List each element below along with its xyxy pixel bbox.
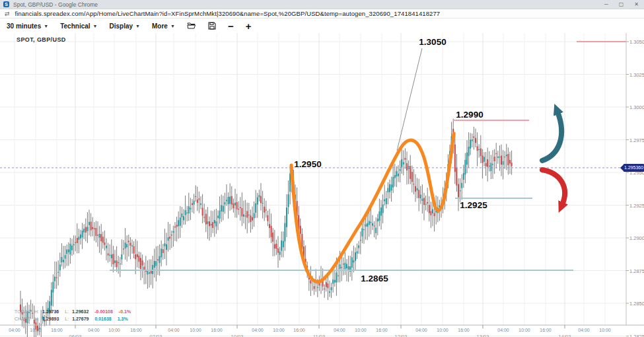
zoom-in-button[interactable]: + xyxy=(246,21,252,31)
today-change-value: -0.00108 xyxy=(94,309,113,314)
zoom-out-button[interactable]: − xyxy=(228,21,234,31)
price-axis-label: 1.28500 xyxy=(629,301,644,307)
chevron-down-icon: ▼ xyxy=(44,24,48,28)
technical-dropdown[interactable]: Technical ▼ xyxy=(60,22,97,30)
time-axis-label: 04:00 xyxy=(252,328,264,332)
date-axis-label: 14/03 xyxy=(559,334,571,337)
time-axis-label: 10:00 xyxy=(437,328,448,332)
annotation-label-1.2865: 1.2865 xyxy=(361,274,388,283)
chevron-down-icon: ▼ xyxy=(170,24,175,28)
chart-low-value: 1.27679 xyxy=(72,317,89,321)
time-axis-label: 04:00 xyxy=(88,328,100,332)
time-axis-label: 16:00 xyxy=(130,328,142,332)
minus-icon: − xyxy=(228,21,234,31)
today-change-pct: -0.1% xyxy=(119,309,131,314)
open-folder-icon[interactable] xyxy=(187,22,196,30)
minimize-icon[interactable]: ─ xyxy=(604,0,608,9)
today-high-value: 1.29736 xyxy=(42,309,59,314)
bullish-arrow xyxy=(542,112,561,161)
legend-low-label: L: xyxy=(65,317,69,321)
time-axis-label: 10:00 xyxy=(273,328,285,332)
time-axis-label: 16:00 xyxy=(540,328,552,332)
window-controls: ─ ▢ ✕ xyxy=(604,0,639,9)
technical-label: Technical xyxy=(60,22,90,30)
time-axis-label: 16:00 xyxy=(293,328,305,332)
more-label: More xyxy=(152,22,168,30)
time-axis-label: 04:00 xyxy=(9,328,20,332)
price-axis-label: 1.28750 xyxy=(629,268,644,274)
time-axis-label: 04:00 xyxy=(578,328,590,332)
chart-change-pct: 1.3% xyxy=(118,317,128,321)
window-titlebar: S Spot, GBP/USD - Google Chrome ─ ▢ ✕ xyxy=(0,0,644,9)
url-bar[interactable]: ⇄ financials.spreadex.com/App/Home/LiveC… xyxy=(0,9,644,19)
time-axis-label: 04:00 xyxy=(334,328,345,332)
current-price-tag: 1.295360 xyxy=(624,164,644,172)
favicon-letter: S xyxy=(5,1,8,7)
interval-dropdown[interactable]: 30 minutes ▼ xyxy=(7,22,48,30)
date-axis-label: 10/03 xyxy=(231,334,244,337)
time-axis-label: 16:00 xyxy=(211,328,223,332)
price-axis-label: 1.29250 xyxy=(629,203,644,209)
time-axis-label: 10:00 xyxy=(599,328,611,332)
annotation-label-1.2990: 1.2990 xyxy=(456,110,483,120)
plus-icon: + xyxy=(246,21,252,31)
maximize-icon[interactable]: ▢ xyxy=(619,0,624,9)
close-icon[interactable]: ✕ xyxy=(634,0,639,9)
date-axis-label: 07/03 xyxy=(150,334,162,337)
legend-high-label: H: xyxy=(34,309,39,314)
legend-low-label: L: xyxy=(65,309,69,314)
chevron-down-icon: ▼ xyxy=(135,24,140,28)
time-axis-label: 10:00 xyxy=(190,328,201,332)
price-axis-label: 1.28250 xyxy=(629,334,644,337)
legend-high-label: H: xyxy=(34,317,39,321)
annotation-label-1.2950: 1.2950 xyxy=(294,159,321,169)
time-axis-label: 10:00 xyxy=(355,328,367,332)
time-axis-label: 16:00 xyxy=(51,328,63,332)
time-axis-label: 04:00 xyxy=(497,328,509,332)
time-axis-label: 10:00 xyxy=(519,328,530,332)
popup-tab-icon: ⇄ xyxy=(5,10,10,18)
more-dropdown[interactable]: More ▼ xyxy=(152,22,175,30)
time-axis-label: 16:00 xyxy=(376,328,388,332)
legend-today-row: TODAY: H: 1.29736 L: 1.29632 -0.00108 -0… xyxy=(15,308,135,315)
chevron-down-icon: ▼ xyxy=(93,24,98,28)
today-low-value: 1.29632 xyxy=(72,309,89,314)
annotation-label-1.2925: 1.2925 xyxy=(460,200,487,210)
price-axis-label: 1.29000 xyxy=(629,235,644,241)
price-axis-label: 1.30500 xyxy=(629,39,644,45)
window-title: Spot, GBP/USD - Google Chrome xyxy=(13,1,98,8)
price-axis-label: 1.30000 xyxy=(629,104,644,110)
chart-high-value: 1.29893 xyxy=(42,317,59,321)
url-text[interactable]: financials.spreadex.com/App/Home/LiveCha… xyxy=(15,10,441,17)
legend-chart-label: CHART: xyxy=(15,317,31,321)
price-axis-label: 1.30250 xyxy=(629,72,644,78)
save-icon[interactable] xyxy=(208,22,216,30)
symbol-title: SPOT, GBP/USD xyxy=(17,36,66,43)
chart-change-value: 0.01638 xyxy=(94,317,111,321)
chart-area: SPOT, GBP/USD 1.305001.302501.300001.297… xyxy=(0,33,644,337)
time-axis-label: 10:00 xyxy=(108,328,120,332)
display-label: Display xyxy=(110,22,133,30)
time-axis-label: 10:00 xyxy=(30,328,42,332)
time-axis-label: 04:00 xyxy=(415,328,427,332)
chart-toolbar: 30 minutes ▼ Technical ▼ Display ▼ More … xyxy=(0,19,644,33)
price-axis-label: 1.29750 xyxy=(629,137,644,143)
legend-today-label: TODAY: xyxy=(15,309,31,314)
annotation-label-1.3050: 1.3050 xyxy=(419,37,446,47)
interval-label: 30 minutes xyxy=(7,22,41,30)
time-axis-label: 04:00 xyxy=(168,328,180,332)
time-axis-label: 16:00 xyxy=(458,328,470,332)
legend-chart-row: CHART: H: 1.29893 L: 1.27679 0.01638 1.3… xyxy=(15,315,135,322)
chart-plot[interactable] xyxy=(0,33,644,337)
ohlc-legend: TODAY: H: 1.29736 L: 1.29632 -0.00108 -0… xyxy=(15,308,135,322)
date-axis-label: 13/03 xyxy=(477,334,489,337)
date-axis-label: 06/03 xyxy=(69,334,82,337)
display-dropdown[interactable]: Display ▼ xyxy=(110,22,141,30)
date-axis-label: 12/03 xyxy=(395,334,408,337)
date-axis-label: 11/03 xyxy=(313,334,325,337)
app-favicon: S xyxy=(3,1,9,7)
